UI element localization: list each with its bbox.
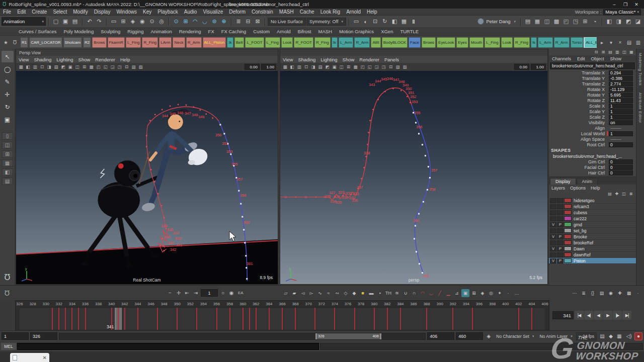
viewport-toolbar-icon[interactable]: ◰ [95, 64, 102, 70]
layout-shortcut-button[interactable]: ▯ [2, 132, 13, 140]
display-toggle-icon[interactable]: ⊞ [581, 17, 590, 26]
viewport-toolbar-icon[interactable]: ◧ [289, 64, 295, 70]
workspace-dropdown[interactable]: Maya Classic*▾ [603, 9, 641, 15]
menu-item[interactable]: Help [364, 9, 380, 15]
animation-start-field[interactable]: 1 [2, 332, 29, 340]
tool-icon[interactable]: ↖ [2, 51, 14, 62]
viewport-toolbar-icon[interactable]: ⊡ [39, 64, 45, 70]
layer-color-swatch[interactable] [564, 234, 572, 239]
maximize-button[interactable]: ❒ [620, 1, 630, 8]
viewport-toolbar-icon[interactable]: ▩ [352, 64, 359, 70]
menu-item[interactable]: Display [91, 9, 114, 15]
layer-playback-toggle[interactable] [557, 198, 564, 203]
layer-visibility-toggle[interactable] [550, 228, 556, 233]
close-icon[interactable]: ✕ [43, 355, 47, 360]
channel-row[interactable]: Translate Z 2.774 [549, 81, 636, 86]
file-toolbar-icon[interactable]: ▣ [61, 17, 70, 26]
panel-menu-item[interactable]: View [280, 57, 295, 62]
anim-tool-icon[interactable]: ▰ [290, 289, 298, 297]
snap-icon[interactable]: ◠ [191, 17, 200, 26]
shelf-tab[interactable]: FX Caching [218, 28, 250, 35]
layer-visibility-toggle[interactable]: V [550, 234, 556, 239]
sidebar-toggle-icon[interactable]: ◨ [614, 17, 623, 26]
channel-row[interactable]: Hair Ctrl 0 [549, 170, 636, 175]
render-icon[interactable]: ◧ [390, 17, 399, 26]
sidebar-toggle-icon[interactable]: ◧ [605, 17, 614, 26]
key-edit-icon[interactable]: − [166, 289, 174, 297]
viewport-toolbar-icon[interactable]: ⊟ [123, 64, 130, 70]
layer-visibility-toggle[interactable] [550, 210, 556, 215]
channel-row[interactable]: Visibility on [549, 120, 636, 125]
anim-tool-icon[interactable]: ■ [359, 289, 367, 297]
shelf-button[interactable]: Belt [234, 37, 245, 48]
layer-row[interactable]: set_bg [549, 228, 636, 234]
anim-tool-icon[interactable]: ▬ [367, 289, 375, 297]
shelf-button[interactable]: R1 [20, 37, 28, 48]
shelf-edit-icon[interactable]: ▤ [625, 38, 633, 47]
layer-editor-icon[interactable]: ◫ [621, 191, 627, 197]
command-language-button[interactable]: MEL [1, 343, 16, 350]
anim-tool-icon[interactable]: ▤ [598, 289, 606, 297]
panel-menu-item[interactable]: Lighting [54, 57, 75, 62]
layer-visibility-toggle[interactable]: V [550, 246, 556, 251]
anim-tool-icon[interactable]: ▣ [461, 289, 469, 297]
layer-color-swatch[interactable] [564, 228, 572, 233]
shelf-button[interactable]: L_Fing [265, 37, 280, 48]
shelf-button[interactable]: Face [409, 37, 421, 48]
pause-icon[interactable]: ‖ [409, 17, 418, 26]
channel-row[interactable]: Rotate Y 5.695 [549, 92, 636, 98]
shelf-tab[interactable]: TURTLE [396, 28, 422, 35]
channel-value-field[interactable]: --------- [609, 126, 633, 131]
undo-redo-icon[interactable]: ↶ [85, 17, 94, 26]
character-set-selector[interactable]: No Character Set▾ [494, 332, 536, 340]
exposure-field[interactable]: 0.00 [514, 64, 529, 70]
viewport-shotcam[interactable]: Persp View ViewShadingLightingShowRender… [16, 49, 278, 285]
selection-mask-icon[interactable]: ◈ [128, 17, 137, 26]
menu-set-selector[interactable]: Animation▾ [2, 17, 46, 26]
channel-value-field[interactable]: 1 [609, 109, 633, 114]
channel-row[interactable]: Align --------- [549, 125, 636, 131]
layout-shortcut-button[interactable]: ▦ [2, 159, 13, 167]
viewport-toolbar-icon[interactable]: ▥ [296, 64, 302, 70]
live-surface-field[interactable]: No Live Surface [268, 18, 306, 26]
shelf-button[interactable]: L_FOOT [245, 37, 264, 48]
sidebar-toggle-icon[interactable]: ◪ [633, 17, 642, 26]
layer-visibility-toggle[interactable] [550, 252, 556, 257]
playback-button[interactable]: ▶| [622, 311, 631, 320]
shelf-button[interactable]: R_Arm [186, 37, 202, 48]
display-toggle-icon[interactable]: ▤ [523, 17, 532, 26]
tool-icon[interactable]: ✛ [2, 88, 14, 100]
shelf-button[interactable]: AllII [371, 37, 380, 48]
channel-row[interactable]: Translate X 0.294 [549, 70, 636, 75]
panel-menu-item[interactable]: Show [340, 57, 357, 62]
channel-row[interactable]: Rotate X -11.129 [549, 86, 636, 92]
channel-value-field[interactable]: 11.43 [609, 98, 633, 103]
channel-box-menu-item[interactable]: Channels [549, 56, 574, 61]
viewport-canvas[interactable]: 3433443453463473483493503513523533553563… [280, 71, 547, 284]
menu-item[interactable]: Key [140, 9, 154, 15]
viewport-toolbar-icon[interactable]: ◫ [74, 64, 80, 70]
layer-playback-toggle[interactable] [557, 216, 564, 221]
anim-tool-icon[interactable]: ▪ [376, 289, 384, 297]
layer-visibility-toggle[interactable]: V [550, 258, 556, 263]
current-time-field[interactable]: 341 [552, 311, 574, 319]
gamma-field[interactable]: 1.00 [261, 64, 276, 70]
selection-mask-icon[interactable]: ◉ [138, 17, 147, 26]
tool-icon[interactable]: ↻ [2, 101, 14, 113]
anim-tool-icon[interactable]: ▻ [307, 289, 315, 297]
anim-tool-icon[interactable]: ⋯ [571, 289, 579, 297]
layer-row[interactable]: hidesetgeo [549, 198, 636, 204]
menu-item[interactable]: Look Rig [317, 9, 343, 15]
layer-editor-tab[interactable]: Anim [577, 178, 598, 185]
shelf-menu-icon[interactable]: ★ [2, 38, 10, 47]
anim-tool-icon[interactable]: ∙ [634, 289, 642, 297]
viewport-toolbar-icon[interactable]: ◱ [102, 64, 109, 70]
layer-row[interactable]: refcam3 [549, 204, 636, 210]
sidebar-toggle-icon[interactable]: ◩ [624, 17, 633, 26]
selection-mask-icon[interactable]: ⊞ [119, 17, 128, 26]
panel-menu-item[interactable]: Help [118, 57, 133, 62]
key-edit-icon[interactable]: ✛ [175, 289, 183, 297]
shelf-button[interactable]: LArm [159, 37, 172, 48]
shelf-button[interactable]: BodyBLOCK [382, 37, 408, 48]
layer-color-swatch[interactable] [564, 258, 572, 263]
